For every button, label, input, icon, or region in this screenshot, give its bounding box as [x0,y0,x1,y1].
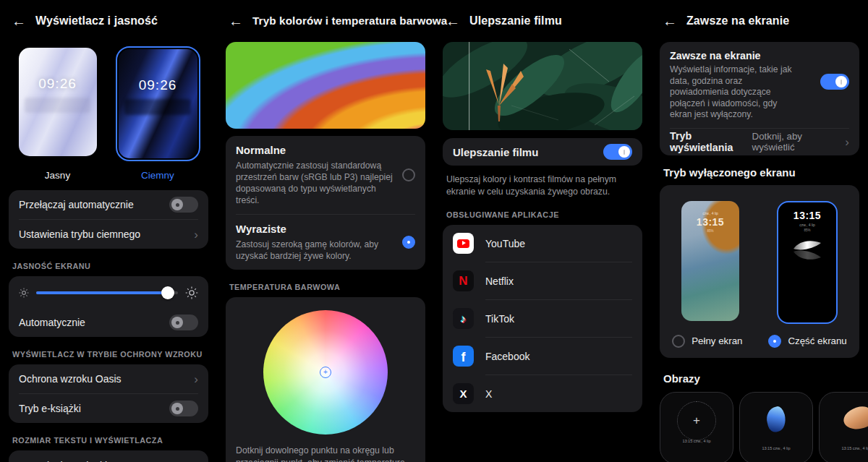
radio-full-screen[interactable] [672,335,685,348]
swan-graphic [764,405,788,433]
theme-option-dark[interactable]: 09:26 [116,46,200,161]
temperature-hint: Dotknij dowolnego punktu na okręgu lub p… [226,435,425,462]
supported-apps-card: YouTube N Netflix ♪ TikTok f [443,225,642,412]
preview-notification-blur [124,99,191,114]
screen-off-mode-title: Tryb wyłączonego ekranu [663,166,856,179]
sun-dim-icon [19,288,29,298]
font-card: Ustawienia czcionki › [9,450,208,462]
light-theme-label: Jasny [17,170,98,181]
display-mode-row[interactable]: Tryb wyświetlania Dotknij, aby wyświetli… [660,129,859,155]
video-toggle-card: Ulepszanie filmu [443,138,642,166]
back-arrow-icon[interactable]: ← [12,14,26,28]
eye-protection-section-label: WYŚWIETLACZ W TRYBIE OCHRONY WZROKU [12,350,205,359]
auto-brightness-row[interactable]: Automatycznie [9,308,208,337]
option-description: Zastosuj szeroką gamę kolorów, aby uzysk… [236,239,393,262]
video-toggle-row[interactable]: Ulepszanie filmu [443,138,642,166]
app-name: TikTok [485,313,514,325]
app-row-tiktok[interactable]: ♪ TikTok [443,300,642,337]
font-settings-row[interactable]: Ustawienia czcionki › [9,450,208,462]
preview-battery: 85% [778,228,836,232]
tile-add-image[interactable]: + 13:15 czw., 4 lip [660,392,733,462]
app-name: Facebook [485,351,529,362]
partial-screen-option[interactable]: Część ekranu [768,335,846,348]
dark-mode-settings-row[interactable]: Ustawienia trybu ciemnego › [9,220,208,249]
app-row-youtube[interactable]: YouTube [443,225,642,262]
brightness-card: Automatycznie [9,276,208,337]
back-arrow-icon[interactable]: ← [663,14,677,28]
display-mode-value: Dotknij, aby wyświetlić [752,131,841,153]
preview-date: czw., 4 lip [681,211,739,215]
back-arrow-icon[interactable]: ← [229,14,243,28]
theme-options-card: Przełączaj automatycznie Ustawienia tryb… [9,190,208,249]
netflix-icon: N [453,270,474,291]
dark-theme-label: Ciemny [116,170,200,181]
auto-switch-row[interactable]: Przełączaj automatycznie [9,190,208,219]
screen-video-enhancement: ← Ulepszanie filmu [434,0,651,462]
oasis-label: Ochrona wzroku Oasis [19,373,122,385]
brightness-slider-row [9,276,208,308]
aod-toggle[interactable] [820,74,849,90]
color-mode-option-vivid[interactable]: Wyraziste Zastosuj szeroką gamę kolorów,… [226,215,425,270]
preview-clock: 09:26 [119,77,197,93]
chevron-right-icon: › [194,228,198,241]
brightness-slider[interactable] [36,291,178,294]
page-title: Zawsze na ekranie [686,14,789,27]
back-arrow-icon[interactable]: ← [446,14,460,28]
color-temperature-wheel[interactable]: + [263,310,388,435]
wheel-marker[interactable]: + [320,367,331,378]
partial-screen-preview[interactable]: 13:15 czw., 4 lip 85% [777,201,838,324]
text-size-section-label: ROZMIAR TEKSTU I WYŚWIETLACZA [12,436,205,445]
leaves-illustration [443,42,642,130]
tile-caption: 13:15 czw., 4 lip [660,439,733,443]
images-title: Obrazy [663,372,856,385]
x-icon: X [453,383,474,404]
brightness-slider-fill [36,291,168,294]
aod-toggle-row[interactable]: Zawsze na ekranie Wyświetlaj informacje,… [660,42,859,128]
option-title: Normalne [236,144,393,156]
hand-graphic [841,404,868,432]
tile-image-swan[interactable]: 13:15 czw., 4 lip [739,392,813,462]
header: ← Ulepszanie filmu [443,0,642,30]
full-screen-preview[interactable]: czw., 4 lip 13:15 85% [681,201,739,321]
tile-image-hand[interactable]: 13:15 czw., 4 lip [819,392,868,462]
tile-caption: 13:15 czw., 4 lip [820,446,868,450]
app-row-facebook[interactable]: f Facebook [443,338,642,375]
tile-caption: 13:15 czw., 4 lip [740,446,812,450]
app-row-netflix[interactable]: N Netflix [443,262,642,299]
auto-brightness-toggle[interactable] [169,315,198,330]
chevron-right-icon: › [194,373,198,385]
aod-image-tiles: + 13:15 czw., 4 lip 13:15 czw., 4 lip 13… [660,392,859,462]
preview-battery: 85% [681,229,739,233]
page-title: Ulepszanie filmu [469,14,562,27]
theme-labels: Jasny Ciemny [9,170,208,181]
radio-partial-screen[interactable] [768,335,781,348]
video-toggle-label: Ulepszanie filmu [453,146,538,158]
page-title: Wyświetlacz i jasność [35,14,158,27]
preview-clock: 09:26 [19,76,97,92]
chevron-right-icon: › [845,136,849,148]
sun-bright-icon [185,286,198,299]
oasis-row[interactable]: Ochrona wzroku Oasis › [9,364,208,393]
preview-time: 13:15 [681,216,739,228]
ebook-label: Tryb e-książki [19,403,81,414]
ebook-toggle[interactable] [169,401,198,416]
video-sample-image [443,42,642,130]
radio-normal[interactable] [402,168,415,181]
theme-option-light[interactable]: 09:26 [17,46,98,158]
radio-vivid[interactable] [402,236,415,249]
full-screen-option[interactable]: Pełny ekran [672,335,742,348]
video-toggle[interactable] [603,144,632,160]
app-row-x[interactable]: X X [443,375,642,412]
header: ← Wyświetlacz i jasność [9,0,208,30]
color-mode-option-normal[interactable]: Normalne Automatycznie zastosuj standard… [226,136,425,214]
ebook-row[interactable]: Tryb e-książki [9,394,208,423]
auto-switch-toggle[interactable] [169,197,198,213]
brightness-slider-thumb[interactable] [161,286,174,299]
header: ← Zawsze na ekranie [660,0,859,30]
temperature-section-label: TEMPERATURA BARWOWA [229,283,422,291]
auto-brightness-label: Automatycznie [19,317,85,328]
option-description: Automatycznie zastosuj standardową przes… [236,160,393,206]
app-name: X [485,388,492,400]
youtube-icon [453,233,474,254]
preview-notification-blur [25,98,90,113]
